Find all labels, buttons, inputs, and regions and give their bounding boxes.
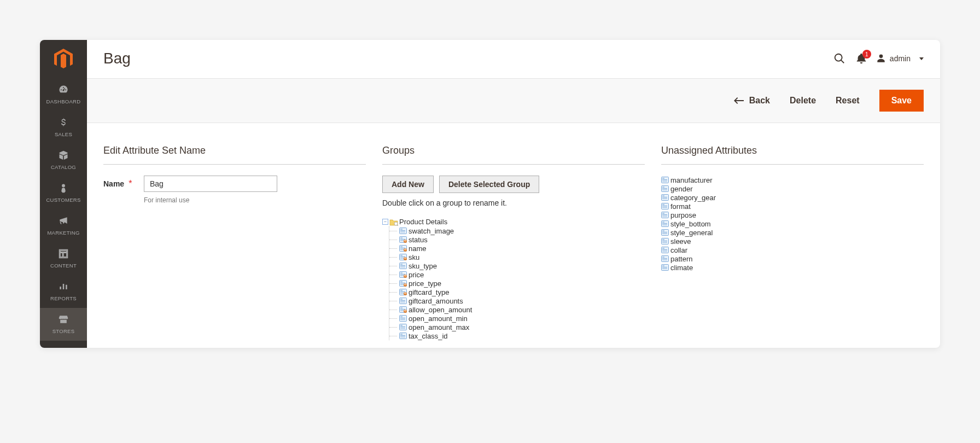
groups-hint: Double click on a group to rename it.	[382, 199, 645, 207]
delete-group-button[interactable]: Delete Selected Group	[439, 176, 539, 193]
attribute-icon	[661, 264, 669, 271]
attribute-item[interactable]: open_amount_min	[399, 314, 645, 323]
svg-rect-89	[662, 222, 664, 223]
nav-content[interactable]: CONTENT	[40, 242, 87, 275]
attribute-item[interactable]: name	[399, 244, 645, 253]
attribute-item[interactable]: open_amount_max	[399, 323, 645, 331]
attribute-icon	[661, 247, 669, 253]
nav-reports[interactable]: REPORTS	[40, 275, 87, 308]
svg-rect-71	[662, 181, 667, 182]
delete-button[interactable]: Delete	[790, 96, 816, 106]
unassigned-attribute-item[interactable]: pattern	[661, 254, 924, 263]
nav-stores[interactable]: STORES	[40, 308, 87, 341]
attribute-item[interactable]: swatch_image	[399, 226, 645, 235]
name-input[interactable]	[144, 176, 277, 192]
chevron-down-icon	[919, 57, 924, 60]
svg-rect-61	[400, 325, 402, 326]
nav-catalog[interactable]: CATALOG	[40, 144, 87, 177]
attribute-name: tax_class_id	[409, 332, 448, 340]
svg-rect-3	[400, 229, 402, 230]
attribute-item[interactable]: allow_open_amount	[399, 305, 645, 314]
unassigned-attribute-item[interactable]: format	[661, 202, 924, 211]
folder-icon	[389, 218, 398, 226]
svg-rect-74	[662, 188, 667, 189]
attribute-item[interactable]: status	[399, 235, 645, 244]
nav-label: SALES	[55, 131, 72, 137]
nav-label: MARKETING	[47, 230, 79, 236]
svg-rect-58	[400, 318, 405, 318]
attribute-name: climate	[670, 264, 693, 272]
svg-rect-47	[400, 299, 402, 300]
unassigned-attribute-item[interactable]: style_general	[661, 228, 924, 237]
attribute-item[interactable]: giftcard_amounts	[399, 296, 645, 305]
svg-rect-94	[662, 232, 667, 232]
attribute-icon	[399, 315, 407, 322]
add-new-group-button[interactable]: Add New	[382, 176, 434, 193]
person-icon	[57, 182, 69, 194]
attribute-icon	[399, 236, 407, 243]
attribute-item[interactable]: giftcard_type	[399, 288, 645, 296]
box-icon	[57, 149, 69, 161]
groups-column: Groups Add New Delete Selected Group Dou…	[382, 145, 645, 348]
attribute-icon	[661, 185, 669, 192]
svg-rect-59	[400, 319, 405, 320]
attribute-icon	[661, 238, 669, 244]
header: Bag 1 admin	[87, 40, 940, 78]
app-window: DASHBOARD SALES CATALOG CUSTOMERS MARKET…	[40, 40, 940, 348]
gauge-icon	[57, 84, 69, 96]
attribute-icon	[661, 203, 669, 209]
attribute-item[interactable]: sku_type	[399, 261, 645, 270]
unassigned-attribute-item[interactable]: purpose	[661, 211, 924, 219]
required-indicator: *	[129, 179, 132, 189]
attribute-item[interactable]: sku	[399, 253, 645, 261]
tree-group[interactable]: − Product Details	[382, 217, 645, 226]
svg-rect-101	[662, 248, 664, 249]
attribute-icon	[399, 298, 407, 304]
attribute-icon	[399, 228, 407, 234]
attribute-item[interactable]: price_type	[399, 279, 645, 288]
svg-rect-97	[662, 240, 664, 240]
unassigned-attribute-item[interactable]: gender	[661, 184, 924, 193]
svg-rect-86	[662, 214, 667, 215]
svg-rect-109	[662, 266, 664, 266]
svg-rect-65	[400, 334, 402, 335]
attribute-name: collar	[670, 246, 687, 254]
unassigned-attribute-item[interactable]: sleeve	[661, 237, 924, 246]
svg-rect-70	[662, 179, 667, 180]
svg-rect-36	[400, 283, 405, 283]
attribute-icon	[399, 271, 407, 278]
nav-label: CATALOG	[51, 164, 76, 170]
collapse-icon[interactable]: −	[382, 219, 388, 225]
reset-button[interactable]: Reset	[836, 96, 860, 106]
unassigned-attribute-item[interactable]: category_gear	[661, 193, 924, 202]
svg-rect-85	[662, 213, 664, 214]
svg-rect-83	[662, 207, 667, 208]
svg-rect-5	[400, 232, 405, 232]
user-menu[interactable]: admin	[876, 53, 924, 64]
save-button[interactable]: Save	[879, 90, 924, 112]
unassigned-attribute-item[interactable]: collar	[661, 246, 924, 254]
back-button[interactable]: Back	[734, 96, 770, 106]
unassigned-attribute-item[interactable]: style_bottom	[661, 219, 924, 228]
main: Bag 1 admin Back Delete Reset Save	[87, 40, 940, 348]
magento-logo[interactable]	[40, 40, 87, 78]
svg-rect-67	[400, 337, 405, 337]
unassigned-attribute-item[interactable]: climate	[661, 263, 924, 272]
nav-marketing[interactable]: MARKETING	[40, 209, 87, 242]
svg-rect-103	[662, 251, 667, 252]
name-field-row: Name * For internal use	[103, 176, 366, 204]
attribute-icon	[399, 289, 407, 295]
svg-rect-30	[400, 274, 405, 275]
unassigned-attribute-item[interactable]: manufacturer	[661, 176, 924, 184]
unassigned-column: Unassigned Attributes manufacturergender…	[661, 145, 924, 348]
svg-rect-78	[662, 197, 667, 197]
nav-customers[interactable]: CUSTOMERS	[40, 177, 87, 209]
search-icon[interactable]	[829, 48, 850, 69]
attribute-item[interactable]: tax_class_id	[399, 331, 645, 340]
nav-sales[interactable]: SALES	[40, 111, 87, 144]
attribute-item[interactable]: price	[399, 270, 645, 279]
notifications-icon[interactable]: 1	[850, 48, 872, 69]
content: Edit Attribute Set Name Name * For inter…	[87, 123, 940, 348]
svg-rect-14	[400, 248, 405, 248]
nav-dashboard[interactable]: DASHBOARD	[40, 78, 87, 111]
